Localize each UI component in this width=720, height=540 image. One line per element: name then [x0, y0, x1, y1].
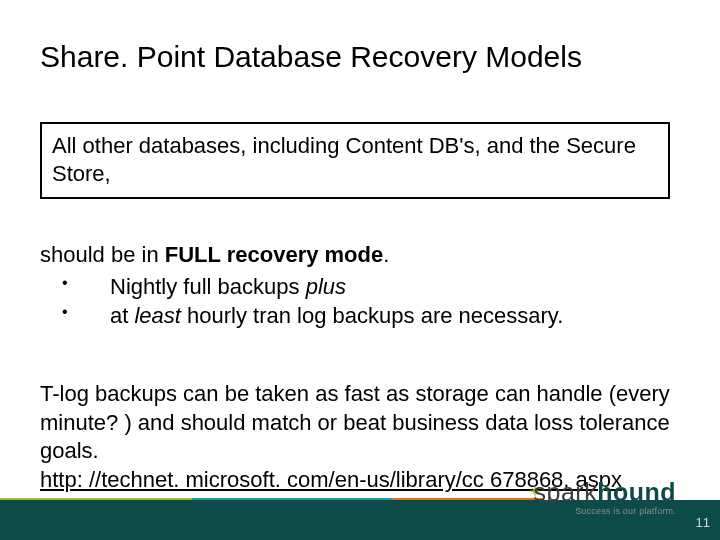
slide-title: Share. Point Database Recovery Models [40, 40, 700, 74]
bullet1-em: plus [306, 274, 346, 299]
body1-pre: should be in [40, 242, 165, 267]
logo-part1: spark [534, 478, 598, 506]
highlight-box: All other databases, including Content D… [40, 122, 670, 199]
logo-tagline: Success is our platform. [534, 506, 677, 516]
logo-part2: hound [597, 478, 676, 506]
body1-post: . [383, 242, 389, 267]
bullet1-pre: Nightly full backups [110, 274, 306, 299]
bullet-item: Nightly full backups plus [40, 272, 680, 302]
page-number: 11 [696, 515, 710, 530]
bullet2-em: least [134, 303, 180, 328]
body1-strong: FULL recovery mode [165, 242, 383, 267]
slide: Share. Point Database Recovery Models Al… [0, 0, 720, 540]
logo: sparkhound Success is our platform. [534, 478, 677, 516]
body-section-1: should be in FULL recovery mode. Nightly… [40, 240, 680, 331]
bullet2-pre: at [110, 303, 134, 328]
logo-text: sparkhound [534, 478, 677, 507]
bullet-list: Nightly full backups plus at least hourl… [40, 272, 680, 331]
bullet-item: at least hourly tran log backups are nec… [40, 301, 680, 331]
body2-text: T-log backups can be taken as fast as st… [40, 381, 670, 463]
bullet2-post: hourly tran log backups are necessary. [181, 303, 563, 328]
